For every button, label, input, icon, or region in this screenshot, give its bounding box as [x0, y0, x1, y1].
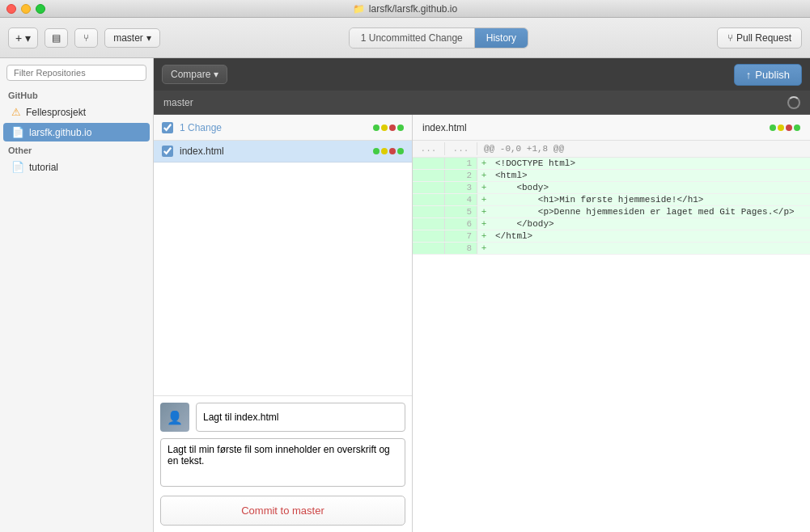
diff-code-6: </body>	[490, 218, 810, 230]
diff-line-6: 6 + </body>	[413, 218, 810, 230]
diff-code-7: </html>	[490, 230, 810, 242]
close-button[interactable]	[6, 4, 16, 14]
diff-gutter-old-4	[413, 194, 445, 205]
commit-to-master-button[interactable]: Commit to master	[160, 496, 405, 526]
branch-name-label: master	[113, 32, 143, 44]
tutorial-label: tutorial	[29, 162, 58, 173]
tab-history-label: History	[486, 32, 516, 44]
toolbar: + ▾ ▤ ⑂ master ▾ 1 Uncommitted Change Hi…	[0, 18, 810, 58]
branch-history-button[interactable]: ⑂	[74, 28, 98, 48]
diff-sign-4: +	[477, 194, 490, 205]
diff-dot-green	[770, 125, 776, 131]
github-section-label: GitHub	[0, 87, 153, 102]
diff-gutter-new-3: 3	[445, 182, 477, 193]
sidebar-item-tutorial[interactable]: 📄 tutorial	[3, 158, 150, 176]
pr-label: Pull Request	[736, 32, 791, 44]
commit-button-label: Commit to master	[241, 505, 324, 517]
diff-gutter-new-5: 5	[445, 206, 477, 217]
sidebar-icon: ▤	[52, 32, 61, 44]
diff-line-7: 7 + </html>	[413, 230, 810, 243]
diff-gutter-old-2	[413, 170, 445, 181]
file-item-index-html[interactable]: index.html	[154, 141, 412, 163]
changes-dots	[373, 125, 404, 131]
diff-gutter-new: 1	[445, 158, 477, 169]
diff-gutter-old	[413, 158, 445, 169]
title-text: larsfk/larsfk.github.io	[369, 3, 457, 15]
dot-green	[373, 125, 380, 131]
content-area: Compare ▾ ↑ Publish master 1 Change	[154, 58, 810, 532]
sidebar-item-fellesprosjekt[interactable]: ⚠ Fellesprosjekt	[3, 103, 150, 121]
diff-gutter-old-5	[413, 206, 445, 217]
branch-dropdown-icon: ▾	[146, 32, 151, 44]
filter-repositories-input[interactable]	[6, 65, 146, 81]
publish-icon: ↑	[746, 69, 752, 81]
diff-sign-7: +	[477, 230, 490, 242]
diff-filename-label: index.html	[422, 122, 770, 133]
minimize-button[interactable]	[21, 4, 31, 14]
pr-icon: ⑂	[727, 32, 733, 44]
diff-line-2: 2 + <html>	[413, 170, 810, 182]
diff-line-3: 3 + <body>	[413, 182, 810, 194]
file-dot-yellow	[381, 148, 388, 154]
diff-code-8	[490, 243, 810, 254]
diff-sign-3: +	[477, 182, 490, 193]
diff-code-2: <html>	[490, 170, 810, 181]
tab-group: 1 Uncommitted Change History	[349, 27, 528, 49]
content-topbar: Compare ▾ ↑ Publish	[154, 58, 810, 91]
diff-line-1: 1 + <!DOCTYPE html>	[413, 158, 810, 170]
diff-code: <!DOCTYPE html>	[490, 158, 810, 169]
file-dot-green	[373, 148, 380, 154]
add-repository-button[interactable]: + ▾	[8, 27, 38, 49]
publish-label: Publish	[755, 69, 790, 81]
diff-gutter-old-7	[413, 230, 445, 242]
window-title: 📁 larsfk/larsfk.github.io	[353, 3, 457, 15]
sidebar: GitHub ⚠ Fellesprosjekt 📄 larsfk.github.…	[0, 58, 154, 532]
diff-gutter-new-7: 7	[445, 230, 477, 242]
tab-history[interactable]: History	[475, 28, 528, 48]
dot-red	[389, 125, 396, 131]
diff-gutter-new-6: 6	[445, 218, 477, 230]
sidebar-search-container	[0, 58, 153, 87]
sidebar-toggle-button[interactable]: ▤	[45, 28, 68, 48]
diff-code-5: <p>Denne hjemmesiden er laget med Git Pa…	[490, 206, 810, 217]
diff-meta-row: ... ... @@ -0,0 +1,8 @@	[413, 141, 810, 158]
diff-meta-text: @@ -0,0 +1,8 @@	[477, 142, 810, 155]
branch-bar: master	[154, 91, 810, 115]
diff-header: index.html	[413, 115, 810, 141]
diff-gutter-new-4: 4	[445, 194, 477, 205]
pull-request-button[interactable]: ⑂ Pull Request	[717, 27, 802, 49]
sidebar-item-larsfk[interactable]: 📄 larsfk.github.io	[3, 123, 150, 141]
other-section-label: Other	[0, 142, 153, 157]
file-dots	[373, 148, 404, 154]
chevron-down-icon: ▾	[25, 32, 31, 44]
diff-dot-green-2	[794, 125, 800, 131]
diff-header-dots	[770, 125, 800, 131]
diff-sign-2: +	[477, 170, 490, 181]
warning-icon: ⚠	[11, 106, 21, 118]
diff-dot-red	[786, 125, 792, 131]
commit-description-input[interactable]: Lagt til min første fil som inneholder e…	[160, 438, 405, 487]
compare-label: Compare	[171, 69, 210, 80]
select-all-checkbox[interactable]	[162, 122, 173, 133]
compare-dropdown-icon: ▾	[214, 69, 218, 80]
diff-pane: index.html ... ... @@ -0,0 +1,8 @@	[413, 115, 810, 532]
maximize-button[interactable]	[36, 4, 45, 14]
publish-button[interactable]: ↑ Publish	[734, 64, 802, 86]
plus-label: +	[15, 32, 22, 44]
main-layout: GitHub ⚠ Fellesprosjekt 📄 larsfk.github.…	[0, 58, 810, 532]
commit-title-input[interactable]	[196, 403, 405, 432]
diff-gutter-old-8	[413, 243, 445, 254]
changes-count-label: 1 Change	[180, 122, 222, 133]
diff-meta-col-new: ...	[445, 142, 477, 155]
commit-area: 👤 Lagt til min første fil som inneholder…	[154, 395, 412, 532]
commit-row: 👤	[160, 403, 405, 432]
file-checkbox[interactable]	[162, 146, 173, 157]
compare-button[interactable]: Compare ▾	[162, 65, 227, 84]
diff-line-4: 4 + <h1>Min første hjemmeside!</h1>	[413, 194, 810, 206]
tab-uncommitted-changes[interactable]: 1 Uncommitted Change	[350, 28, 475, 48]
branch-bar-label: master	[163, 97, 193, 108]
branch-selector-button[interactable]: master ▾	[104, 28, 160, 48]
dot-yellow	[381, 125, 388, 131]
larsfk-label: larsfk.github.io	[29, 127, 91, 138]
loading-spinner	[787, 96, 800, 109]
